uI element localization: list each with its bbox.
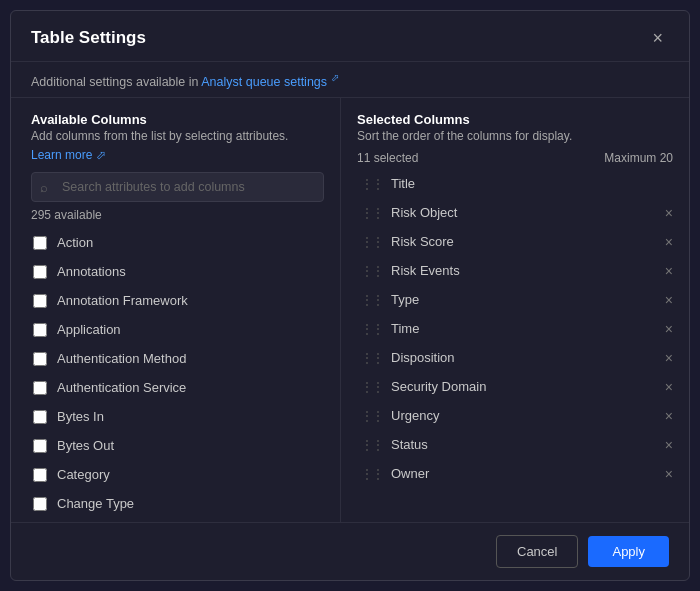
column-label: Category <box>57 467 110 482</box>
learn-more-link[interactable]: Learn more ⬀ <box>31 148 106 162</box>
drag-handle-icon: ⋮⋮ <box>361 293 383 307</box>
selected-item-label: Risk Object <box>391 205 661 220</box>
selected-item[interactable]: ⋮⋮ Disposition × <box>357 343 681 372</box>
list-item[interactable]: Change Type <box>31 489 328 518</box>
selected-header: 11 selected Maximum 20 <box>357 151 689 165</box>
drag-handle-icon: ⋮⋮ <box>361 409 383 423</box>
modal-subheader: Additional settings available in Analyst… <box>11 62 689 98</box>
column-checkbox[interactable] <box>33 410 47 424</box>
column-label: Annotations <box>57 264 126 279</box>
selected-item[interactable]: ⋮⋮ Time × <box>357 314 681 343</box>
available-columns-title: Available Columns <box>31 112 324 127</box>
column-checkbox[interactable] <box>33 352 47 366</box>
column-label: Bytes Out <box>57 438 114 453</box>
selected-columns-panel: Selected Columns Sort the order of the c… <box>341 98 689 522</box>
list-item[interactable]: Annotations <box>31 257 328 286</box>
remove-button[interactable]: × <box>661 351 677 365</box>
remove-button[interactable]: × <box>661 380 677 394</box>
column-checkbox[interactable] <box>33 294 47 308</box>
list-item[interactable]: Authentication Method <box>31 344 328 373</box>
remove-button[interactable]: × <box>661 293 677 307</box>
selected-item-label: Owner <box>391 466 661 481</box>
list-item[interactable]: Bytes Out <box>31 431 328 460</box>
list-item[interactable]: Category <box>31 460 328 489</box>
selected-item[interactable]: ⋮⋮ Risk Object × <box>357 198 681 227</box>
remove-button[interactable]: × <box>661 235 677 249</box>
remove-button[interactable]: × <box>661 206 677 220</box>
column-checkbox[interactable] <box>33 236 47 250</box>
modal-footer: Cancel Apply <box>11 522 689 580</box>
selected-item-label: Title <box>391 176 655 191</box>
learn-more-ext-icon: ⬀ <box>96 148 106 162</box>
drag-handle-icon: ⋮⋮ <box>361 467 383 481</box>
remove-button[interactable]: × <box>661 264 677 278</box>
selected-item-label: Risk Score <box>391 234 661 249</box>
selected-item[interactable]: ⋮⋮ Title <box>357 169 681 198</box>
remove-button[interactable]: × <box>661 409 677 423</box>
learn-more: Learn more ⬀ <box>31 147 324 162</box>
available-column-list: Action Annotations Annotation Framework … <box>31 228 328 522</box>
modal-title: Table Settings <box>31 28 146 48</box>
column-checkbox[interactable] <box>33 265 47 279</box>
column-label: Authentication Method <box>57 351 186 366</box>
list-item[interactable]: Annotation Framework <box>31 286 328 315</box>
drag-handle-icon: ⋮⋮ <box>361 438 383 452</box>
selected-item[interactable]: ⋮⋮ Urgency × <box>357 401 681 430</box>
modal-header: Table Settings × <box>11 11 689 62</box>
selected-column-list: ⋮⋮ Title ⋮⋮ Risk Object × ⋮⋮ Risk Score … <box>357 169 689 522</box>
drag-handle-icon: ⋮⋮ <box>361 235 383 249</box>
analyst-queue-link[interactable]: Analyst queue settings ⬀ <box>201 75 338 89</box>
external-link-icon: ⬀ <box>331 72 339 83</box>
list-item[interactable]: Bytes In <box>31 402 328 431</box>
list-item[interactable]: Action <box>31 228 328 257</box>
selected-item[interactable]: ⋮⋮ Type × <box>357 285 681 314</box>
column-checkbox[interactable] <box>33 323 47 337</box>
remove-button[interactable]: × <box>661 438 677 452</box>
selected-item-label: Time <box>391 321 661 336</box>
selected-item-label: Urgency <box>391 408 661 423</box>
selected-item[interactable]: ⋮⋮ Risk Events × <box>357 256 681 285</box>
drag-handle-icon: ⋮⋮ <box>361 380 383 394</box>
search-input[interactable] <box>31 172 324 202</box>
column-checkbox[interactable] <box>33 468 47 482</box>
remove-button[interactable]: × <box>661 322 677 336</box>
selected-item[interactable]: ⋮⋮ Security Domain × <box>357 372 681 401</box>
selected-item[interactable]: ⋮⋮ Status × <box>357 430 681 459</box>
available-columns-subtitle: Add columns from the list by selecting a… <box>31 129 324 143</box>
selected-columns-subtitle: Sort the order of the columns for displa… <box>357 129 689 143</box>
selected-item-label: Status <box>391 437 661 452</box>
column-checkbox[interactable] <box>33 381 47 395</box>
selected-list-wrap: ⋮⋮ Title ⋮⋮ Risk Object × ⋮⋮ Risk Score … <box>357 169 689 522</box>
list-item[interactable]: Application <box>31 315 328 344</box>
column-checkbox[interactable] <box>33 439 47 453</box>
search-icon: ⌕ <box>40 180 48 195</box>
selected-columns-title: Selected Columns <box>357 112 689 127</box>
selected-item[interactable]: ⋮⋮ Owner × <box>357 459 681 488</box>
search-box: ⌕ <box>31 172 324 202</box>
selected-item-label: Disposition <box>391 350 661 365</box>
column-label: Annotation Framework <box>57 293 188 308</box>
drag-handle-icon: ⋮⋮ <box>361 206 383 220</box>
apply-button[interactable]: Apply <box>588 536 669 567</box>
remove-button[interactable]: × <box>661 467 677 481</box>
available-columns-panel: Available Columns Add columns from the l… <box>11 98 341 522</box>
column-label: Change Type <box>57 496 134 511</box>
drag-handle-icon: ⋮⋮ <box>361 322 383 336</box>
available-count: 295 available <box>31 208 324 222</box>
cancel-button[interactable]: Cancel <box>496 535 578 568</box>
max-label: Maximum 20 <box>604 151 673 165</box>
subheader-text: Additional settings available in <box>31 75 198 89</box>
drag-handle-icon: ⋮⋮ <box>361 264 383 278</box>
column-label: Authentication Service <box>57 380 186 395</box>
column-checkbox[interactable] <box>33 497 47 511</box>
selected-item-label: Risk Events <box>391 263 661 278</box>
close-button[interactable]: × <box>646 27 669 49</box>
modal-body: Available Columns Add columns from the l… <box>11 98 689 522</box>
list-item[interactable]: Authentication Service <box>31 373 328 402</box>
drag-handle-icon: ⋮⋮ <box>361 351 383 365</box>
selected-item[interactable]: ⋮⋮ Risk Score × <box>357 227 681 256</box>
column-label: Application <box>57 322 121 337</box>
column-label: Bytes In <box>57 409 104 424</box>
selected-count: 11 selected <box>357 151 418 165</box>
drag-handle-icon: ⋮⋮ <box>361 177 383 191</box>
